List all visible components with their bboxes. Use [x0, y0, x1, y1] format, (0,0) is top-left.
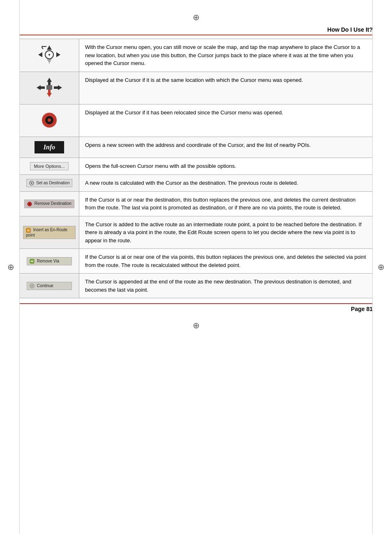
icon-cell-cursor-back — [20, 39, 79, 72]
svg-text:+: + — [28, 229, 30, 232]
desc-cell-2: Displayed at the Cursor if it is at the … — [79, 72, 373, 104]
icon-cell-continue: Continue — [20, 274, 79, 298]
table-row: Displayed at the Cursor if it is at the … — [20, 72, 373, 104]
svg-marker-6 — [42, 46, 43, 47]
page-title: How Do I Use It? — [19, 26, 373, 35]
page-footer: Page 81 — [19, 303, 373, 312]
reg-mark-right: ⊕ — [378, 262, 385, 272]
svg-point-26 — [29, 203, 30, 205]
insert-enroute-button[interactable]: + Insert as En-Route point — [23, 226, 76, 239]
continue-button[interactable]: Continue — [27, 282, 72, 290]
reg-mark-left: ⊕ — [7, 262, 14, 272]
enroute-icon: + — [26, 228, 31, 233]
cursor-cross-icon — [35, 76, 64, 99]
desc-text-8: The Cursor is added to the active route … — [85, 221, 362, 244]
desc-text-5: Opens the full-screen Cursor menu with a… — [85, 163, 236, 169]
svg-rect-16 — [41, 86, 45, 89]
remove-destination-button[interactable]: Remove Destination — [24, 200, 74, 208]
desc-text-2: Displayed at the Cursor if it is at the … — [85, 77, 303, 83]
icon-cell-insert-enroute: + Insert as En-Route point — [20, 216, 79, 249]
desc-cell-9: If the Cursor is at or near one of the v… — [79, 249, 373, 274]
reg-mark-bottom: ⊕ — [19, 320, 373, 330]
continue-icon — [30, 283, 35, 288]
icon-cell-cursor-relocated — [20, 104, 79, 137]
desc-text-6: A new route is calculated with the Curso… — [85, 180, 298, 186]
table-row: Displayed at the Cursor if it has been r… — [20, 104, 373, 137]
svg-point-32 — [31, 285, 33, 287]
info-button[interactable]: Info — [35, 141, 64, 153]
destination-icon — [29, 181, 34, 186]
desc-cell-10: The Cursor is appended at the end of the… — [79, 274, 373, 298]
icon-cell-remove-destination: Remove Destination — [20, 191, 79, 216]
table-row: Set as Destination A new route is calcul… — [20, 174, 373, 191]
desc-cell-4: Opens a new screen with the address and … — [79, 137, 373, 158]
more-options-button[interactable]: More Options... — [30, 162, 68, 170]
svg-point-24 — [31, 182, 32, 184]
desc-cell-6: A new route is calculated with the Curso… — [79, 174, 373, 191]
svg-point-22 — [48, 118, 51, 122]
table-row: + Insert as En-Route point The Cursor is… — [20, 216, 373, 249]
remove-dest-icon — [27, 202, 32, 207]
remove-via-button[interactable]: Remove Via — [27, 257, 72, 265]
icon-cell-remove-via: Remove Via — [20, 249, 79, 274]
desc-cell-7: If the Cursor is at or near the destinat… — [79, 191, 373, 216]
remove-via-icon — [30, 259, 35, 264]
cursor-relocated-icon — [35, 109, 64, 131]
svg-rect-18 — [54, 86, 58, 89]
table-row: Remove Destination If the Cursor is at o… — [20, 191, 373, 216]
desc-text-1: With the Cursor menu open, you can still… — [85, 44, 360, 66]
table-row: Remove Via If the Cursor is at or near o… — [20, 249, 373, 274]
table-row: More Options... Opens the full-screen Cu… — [20, 158, 373, 174]
table-row: Info Opens a new screen with the address… — [20, 137, 373, 158]
svg-marker-15 — [37, 85, 41, 90]
icon-cell-more-options: More Options... — [20, 158, 79, 174]
desc-text-9: If the Cursor is at or near one of the v… — [85, 254, 366, 268]
svg-point-5 — [48, 54, 50, 56]
svg-marker-11 — [47, 78, 52, 82]
svg-marker-17 — [58, 85, 62, 90]
desc-cell-8: The Cursor is added to the active route … — [79, 216, 373, 249]
cursor-back-icon — [35, 43, 64, 66]
icon-cell-set-destination: Set as Destination — [20, 174, 79, 191]
svg-marker-13 — [47, 93, 52, 97]
table-row: With the Cursor menu open, you can still… — [20, 39, 373, 72]
desc-text-4: Opens a new screen with the address and … — [85, 142, 311, 148]
desc-cell-1: With the Cursor menu open, you can still… — [79, 39, 373, 72]
content-table: With the Cursor menu open, you can still… — [19, 39, 373, 298]
table-row: Continue The Cursor is appended at the e… — [20, 274, 373, 298]
icon-cell-info: Info — [20, 137, 79, 158]
desc-cell-5: Opens the full-screen Cursor menu with a… — [79, 158, 373, 174]
icon-cell-cursor-cross — [20, 72, 79, 104]
svg-rect-19 — [46, 85, 52, 90]
desc-text-10: The Cursor is appended at the end of the… — [85, 279, 351, 293]
desc-text-3: Displayed at the Cursor if it has been r… — [85, 109, 283, 116]
desc-text-7: If the Cursor is at or near the destinat… — [85, 197, 355, 211]
reg-mark-top: ⊕ — [19, 12, 373, 22]
set-destination-button[interactable]: Set as Destination — [26, 179, 73, 187]
desc-cell-3: Displayed at the Cursor if it has been r… — [79, 104, 373, 137]
